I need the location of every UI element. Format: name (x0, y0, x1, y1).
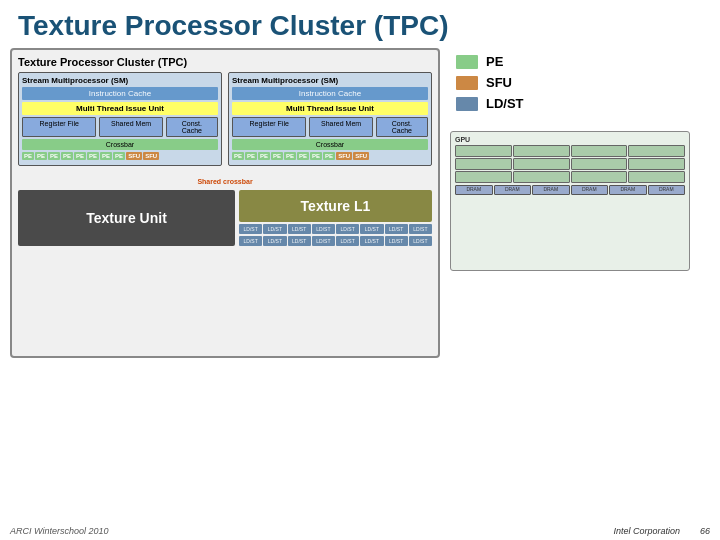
ldst-cell: LD/ST (336, 236, 359, 246)
footer-company: Intel Corporation (613, 526, 680, 536)
right-side: PE SFU LD/ST GPU (450, 48, 710, 358)
sfu-legend-label: SFU (486, 75, 512, 90)
footer-right: Intel Corporation 66 (613, 526, 710, 536)
ldst-cell: LD/ST (312, 236, 335, 246)
sm1-shared-mem: Shared Mem (99, 117, 162, 137)
pe-cell: PE (245, 152, 257, 160)
legend-item-ldst: LD/ST (456, 96, 704, 111)
gpu-block (513, 171, 570, 183)
gpu-block (513, 158, 570, 170)
legend-item-pe: PE (456, 54, 704, 69)
legend-item-sfu: SFU (456, 75, 704, 90)
gpu-block (455, 158, 512, 170)
gpu-block (628, 171, 685, 183)
ldst-cell: LD/ST (288, 224, 311, 234)
ldst-cell: LD/ST (360, 236, 383, 246)
gpu-block (571, 145, 628, 157)
sm1-const-cache: Const.Cache (166, 117, 218, 137)
pe-cell: PE (22, 152, 34, 160)
pe-cell: PE (271, 152, 283, 160)
pe-legend-label: PE (486, 54, 503, 69)
sm1-reg-file: Register File (22, 117, 96, 137)
gpu-block (571, 158, 628, 170)
pe-legend-box (456, 55, 478, 69)
pe-cell: PE (258, 152, 270, 160)
ldst-cell: LD/ST (288, 236, 311, 246)
sfu-cell: SFU (336, 152, 352, 160)
gpu-mem-block: DRAM (571, 185, 609, 195)
ldst-cell: LD/ST (312, 224, 335, 234)
sfu-legend-box (456, 76, 478, 90)
gpu-grid (455, 145, 685, 183)
ldst-cell: LD/ST (263, 236, 286, 246)
sm2-pe-row: PE PE PE PE PE PE PE PE SFU SFU (232, 152, 428, 160)
sm2-reg-file: Register File (232, 117, 306, 137)
texture-l1-area: Texture L1 LD/ST LD/ST LD/ST LD/ST LD/ST… (239, 190, 432, 246)
gpu-block (628, 158, 685, 170)
sfu-cell: SFU (353, 152, 369, 160)
ldst-cell: LD/ST (409, 236, 432, 246)
sm1-crossbar: Crossbar (22, 139, 218, 150)
ldst-cell: LD/ST (336, 224, 359, 234)
pe-cell: PE (35, 152, 47, 160)
gpu-mem-row: DRAM DRAM DRAM DRAM DRAM DRAM (455, 185, 685, 195)
gpu-minimap-title: GPU (455, 136, 685, 143)
gpu-block (571, 171, 628, 183)
sm2-instr-cache: Instruction Cache (232, 87, 428, 100)
sfu-cell: SFU (143, 152, 159, 160)
gpu-mem-block: DRAM (494, 185, 532, 195)
main-content: Texture Processor Cluster (TPC) Stream M… (0, 48, 720, 358)
bottom-row: Texture Unit Texture L1 LD/ST LD/ST LD/S… (18, 190, 432, 246)
pe-cell: PE (87, 152, 99, 160)
pe-cell: PE (48, 152, 60, 160)
sm1-label: Stream Multiprocessor (SM) (22, 76, 218, 85)
ldst-legend-label: LD/ST (486, 96, 524, 111)
ldst-grid-bottom: LD/ST LD/ST LD/ST LD/ST LD/ST LD/ST LD/S… (239, 236, 432, 246)
sm2-box: Stream Multiprocessor (SM) Instruction C… (228, 72, 432, 166)
gpu-mem-block: DRAM (609, 185, 647, 195)
gpu-block (455, 145, 512, 157)
legend: PE SFU LD/ST (450, 48, 710, 123)
pe-cell: PE (297, 152, 309, 160)
sm1-box: Stream Multiprocessor (SM) Instruction C… (18, 72, 222, 166)
footer-left: ARCI Winterschool 2010 (10, 526, 108, 536)
ldst-cell: LD/ST (409, 224, 432, 234)
pe-cell: PE (113, 152, 125, 160)
ldst-cell: LD/ST (263, 224, 286, 234)
sm1-thread-issue: Multi Thread Issue Unit (22, 102, 218, 115)
ldst-legend-box (456, 97, 478, 111)
pe-cell: PE (232, 152, 244, 160)
ldst-cell: LD/ST (239, 224, 262, 234)
sm2-const-cache: Const.Cache (376, 117, 428, 137)
sm1-pe-row: PE PE PE PE PE PE PE PE SFU SFU (22, 152, 218, 160)
shared-crossbar-area: Shared crossbar (18, 170, 432, 188)
diagram-title: Texture Processor Cluster (TPC) (18, 56, 432, 68)
gpu-block (455, 171, 512, 183)
texture-unit: Texture Unit (18, 190, 235, 246)
ldst-cell: LD/ST (239, 236, 262, 246)
gpu-mem-block: DRAM (455, 185, 493, 195)
ldst-cell: LD/ST (385, 224, 408, 234)
sm2-mid-row: Register File Shared Mem Const.Cache (232, 117, 428, 137)
page-title: Texture Processor Cluster (TPC) (0, 0, 720, 48)
pe-cell: PE (61, 152, 73, 160)
shared-crossbar-label: Shared crossbar (197, 178, 252, 185)
sm-row: Stream Multiprocessor (SM) Instruction C… (18, 72, 432, 166)
sm2-label: Stream Multiprocessor (SM) (232, 76, 428, 85)
sm1-instr-cache: Instruction Cache (22, 87, 218, 100)
texture-l1: Texture L1 (239, 190, 432, 222)
ldst-grid-top: LD/ST LD/ST LD/ST LD/ST LD/ST LD/ST LD/S… (239, 224, 432, 234)
pe-cell: PE (310, 152, 322, 160)
pe-cell: PE (323, 152, 335, 160)
gpu-block (513, 145, 570, 157)
ldst-cell: LD/ST (385, 236, 408, 246)
footer: ARCI Winterschool 2010 Intel Corporation… (10, 526, 710, 536)
ldst-cell: LD/ST (360, 224, 383, 234)
footer-page: 66 (700, 526, 710, 536)
pe-cell: PE (74, 152, 86, 160)
pe-cell: PE (100, 152, 112, 160)
gpu-mem-block: DRAM (648, 185, 686, 195)
sm2-shared-mem: Shared Mem (309, 117, 372, 137)
gpu-minimap: GPU DRAM DRAM DRAM DRAM DRAM (450, 131, 690, 271)
sm2-crossbar: Crossbar (232, 139, 428, 150)
